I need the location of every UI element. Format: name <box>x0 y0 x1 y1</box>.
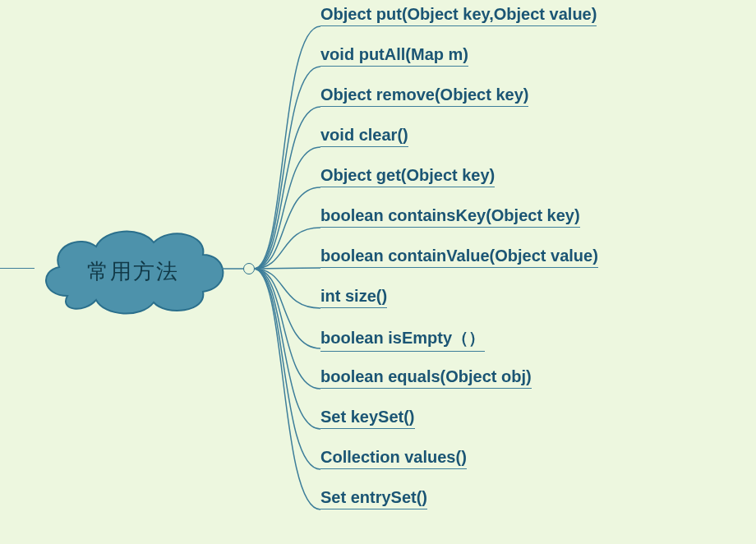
branch-node[interactable]: Set keySet() <box>320 408 415 429</box>
root-label: 常用方法 <box>35 222 232 320</box>
branch-node[interactable]: boolean equals(Object obj) <box>320 367 532 389</box>
branch-node[interactable]: Object get(Object key) <box>320 166 495 187</box>
branch-node[interactable]: void clear() <box>320 126 408 147</box>
root-line <box>0 268 35 269</box>
branch-node[interactable]: Object remove(Object key) <box>320 85 528 107</box>
branch-node[interactable]: Object put(Object key,Object value) <box>320 5 597 26</box>
branch-node[interactable]: int size() <box>320 287 387 308</box>
root-node[interactable]: 常用方法 <box>35 222 232 320</box>
branch-node[interactable]: Set entrySet() <box>320 488 427 509</box>
branch-node[interactable]: void putAll(Map m) <box>320 45 468 67</box>
branch-node[interactable]: boolean containsKey(Object key) <box>320 206 580 228</box>
branch-node[interactable]: Collection values() <box>320 448 467 469</box>
expand-toggle[interactable] <box>243 263 255 274</box>
branch-node[interactable]: boolean containValue(Object value) <box>320 247 598 268</box>
branch-node[interactable]: boolean isEmpty（） <box>320 327 485 352</box>
